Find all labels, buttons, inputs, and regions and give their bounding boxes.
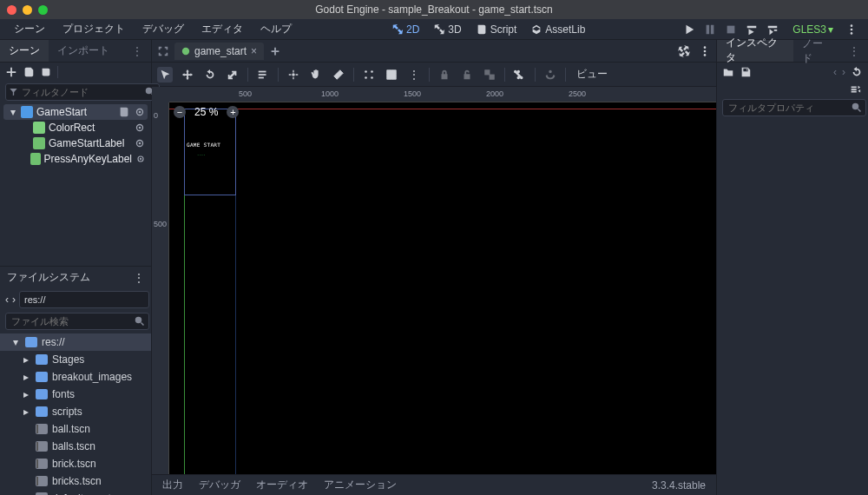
menu-editor[interactable]: エディタ (194, 20, 250, 38)
scene-tree[interactable]: ▾GameStartColorRectGameStartLabelPressAn… (0, 102, 151, 168)
fs-item-breakout-images[interactable]: ▸breakout_images (0, 368, 151, 386)
grid-snap-toggle[interactable] (384, 67, 399, 82)
dock-options-icon[interactable]: ⋮ (840, 40, 868, 62)
pivot-tool[interactable] (286, 67, 301, 82)
unlock-button[interactable] (459, 67, 475, 82)
scene-node-gamestartlabel[interactable]: GameStartLabel (0, 135, 151, 151)
fs-item-brick-tscn[interactable]: brick.tscn (0, 455, 151, 472)
window-title: Godot Engine - sample_Breakout - game_st… (0, 3, 868, 16)
fs-item-res---[interactable]: ▾res:// (0, 333, 151, 351)
scene-node-pressanykeylabel[interactable]: PressAnyKeyLabel (0, 151, 151, 167)
pause-button[interactable] (704, 23, 716, 36)
path-input[interactable] (19, 291, 149, 308)
filesystem-tree[interactable]: ▾res://▸Stages▸breakout_images▸fonts▸scr… (0, 332, 151, 495)
snap-toggle[interactable] (361, 67, 377, 82)
file-search-input[interactable] (5, 313, 149, 330)
fs-item-fonts[interactable]: ▸fonts (0, 386, 151, 403)
bottom-animation-tab[interactable]: アニメーション (324, 478, 397, 492)
svg-point-5 (851, 28, 853, 30)
lock-button[interactable] (437, 67, 452, 82)
ruler-vertical: 0500 (152, 102, 169, 474)
fs-item-default-env-tres[interactable]: default_env.tres (0, 490, 151, 495)
fs-item-bricks-tscn[interactable]: bricks.tscn (0, 472, 151, 490)
fs-item-balls-tscn[interactable]: balls.tscn (0, 438, 151, 455)
view-menu[interactable]: ビュー (573, 67, 611, 82)
history-forward-button[interactable]: › (842, 66, 845, 78)
dock-options-icon[interactable]: ⋮ (134, 272, 144, 284)
zoom-value[interactable]: 25 % (194, 106, 218, 118)
menu-help[interactable]: ヘルプ (253, 20, 299, 38)
fs-item-scripts[interactable]: ▸scripts (0, 403, 151, 420)
zoom-in-button[interactable]: + (227, 106, 239, 118)
group-button[interactable] (482, 67, 497, 82)
play-scene-button[interactable] (746, 23, 758, 36)
bottom-audio-tab[interactable]: オーディオ (256, 478, 308, 492)
snap-options-icon[interactable]: ⋮ (406, 67, 422, 82)
menu-scene[interactable]: シーン (7, 20, 52, 38)
game-rect-preview[interactable] (184, 109, 236, 195)
workspace-assetlib-button[interactable]: AssetLib (525, 22, 590, 37)
tab-inspector[interactable]: インスペクタ (717, 40, 793, 62)
inspector-filter-input[interactable] (722, 99, 866, 116)
renderer-selector[interactable]: GLES3▾ (787, 23, 838, 36)
svg-point-9 (139, 111, 141, 114)
menu-debug[interactable]: デバッグ (135, 20, 191, 38)
fs-item-ball-tscn[interactable]: ball.tscn (0, 420, 151, 438)
scene-node-gamestart[interactable]: ▾GameStart (3, 104, 148, 120)
bottom-output-tab[interactable]: 出力 (162, 478, 183, 492)
anchor-button[interactable] (542, 67, 558, 82)
workspace-3d-button[interactable]: 3D (428, 22, 466, 37)
workspace-script-button[interactable]: Script (470, 22, 523, 37)
object-history-button[interactable] (851, 66, 863, 78)
scene-filter-input[interactable] (5, 83, 160, 101)
workspace-2d-button[interactable]: 2D (386, 22, 424, 37)
stop-button[interactable] (725, 23, 737, 36)
play-custom-scene-button[interactable] (766, 23, 779, 36)
pan-tool[interactable] (308, 67, 324, 82)
zoom-out-button[interactable]: − (174, 106, 186, 118)
scene-tree-toolbar (0, 63, 151, 82)
play-button[interactable] (683, 23, 695, 36)
svg-point-6 (851, 32, 853, 35)
move-tool[interactable] (180, 67, 195, 82)
menu-project[interactable]: プロジェクト (56, 20, 132, 38)
add-node-button[interactable] (5, 66, 17, 78)
scale-tool[interactable] (225, 67, 240, 82)
svg-point-24 (292, 73, 295, 76)
ruler-tool[interactable] (331, 67, 346, 82)
tab-node[interactable]: ノード (793, 40, 840, 62)
list-select-tool[interactable] (255, 67, 271, 82)
scene-tab-options-icon[interactable] (699, 45, 711, 57)
nav-forward-button[interactable]: › (12, 293, 16, 307)
rotate-tool[interactable] (202, 67, 218, 82)
distraction-free-icon[interactable] (157, 45, 169, 57)
canvas-area[interactable]: GAME START ---- (169, 102, 716, 474)
game-start-label-preview[interactable]: GAME START (187, 142, 220, 148)
dock-options-icon[interactable]: ⋮ (123, 40, 151, 62)
history-back-button[interactable]: ‹ (833, 66, 837, 78)
play-controls (678, 23, 784, 36)
tab-import[interactable]: インポート (49, 40, 118, 62)
attach-script-button[interactable] (40, 66, 52, 78)
bone-toggle[interactable] (512, 67, 528, 82)
nav-back-button[interactable]: ‹ (5, 293, 9, 307)
instance-scene-button[interactable] (23, 66, 35, 78)
tab-scene[interactable]: シーン (0, 40, 49, 62)
inspector-options-icon[interactable] (849, 83, 861, 96)
press-any-key-label-preview[interactable]: ---- (197, 153, 206, 157)
bottom-debugger-tab[interactable]: デバッガ (199, 478, 240, 492)
open-resource-button[interactable] (722, 66, 734, 78)
scene-node-colorrect[interactable]: ColorRect (0, 120, 151, 135)
scene-tab-game-start[interactable]: game_start × (174, 43, 264, 60)
workspace-assetlib-label: AssetLib (545, 23, 585, 36)
svg-point-4 (851, 24, 853, 27)
fs-item-stages[interactable]: ▸Stages (0, 351, 151, 368)
select-tool[interactable] (157, 67, 173, 82)
expand-viewport-button[interactable] (678, 45, 690, 57)
menu-kebab-icon[interactable] (845, 23, 858, 36)
canvas-viewport[interactable]: 5001000150020002500 0500 − 25 % + GAME S… (152, 87, 716, 474)
close-tab-button[interactable]: × (251, 45, 257, 57)
save-resource-button[interactable] (740, 66, 752, 78)
add-scene-tab-button[interactable] (269, 45, 281, 57)
svg-point-17 (182, 47, 189, 54)
